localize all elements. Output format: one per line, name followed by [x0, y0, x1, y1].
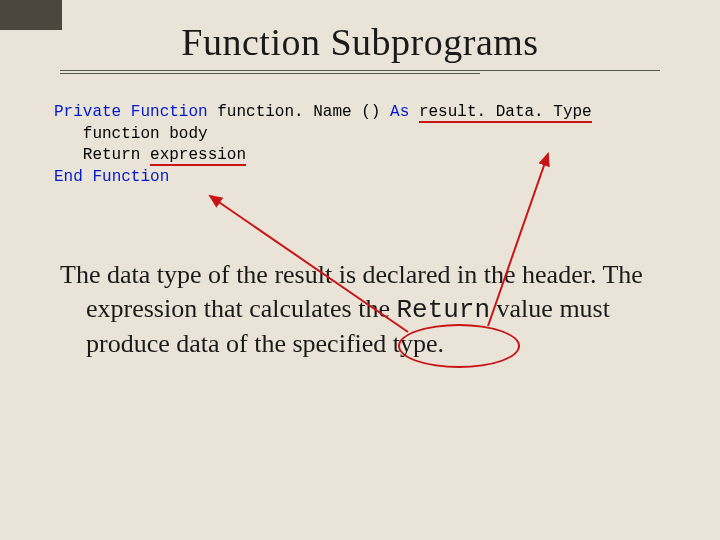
code-block: Private Function function. Name () As re… [54, 102, 670, 188]
slide-title: Function Subprograms [50, 20, 670, 64]
code-expression: expression [150, 146, 246, 166]
code-return: Return [83, 146, 150, 164]
code-indent2 [54, 146, 83, 164]
code-fname: function. Name () [208, 103, 390, 121]
kw-private: Private [54, 103, 121, 121]
rule-short [60, 73, 480, 74]
kw-function-end: Function [92, 168, 169, 186]
code-returntype: result. Data. Type [419, 103, 592, 123]
kw-end: End [54, 168, 83, 186]
corner-decoration [0, 0, 62, 30]
code-indent1 [54, 125, 83, 143]
code-sp [409, 103, 419, 121]
title-rules [60, 70, 660, 74]
kw-as: As [390, 103, 409, 121]
para-return-mono: Return [396, 295, 490, 325]
slide-content: Function Subprograms Private Function fu… [0, 0, 720, 540]
kw-function: Function [131, 103, 208, 121]
code-body: function body [83, 125, 208, 143]
rule-full [60, 70, 660, 71]
body-paragraph: The data type of the result is declared … [60, 258, 660, 360]
